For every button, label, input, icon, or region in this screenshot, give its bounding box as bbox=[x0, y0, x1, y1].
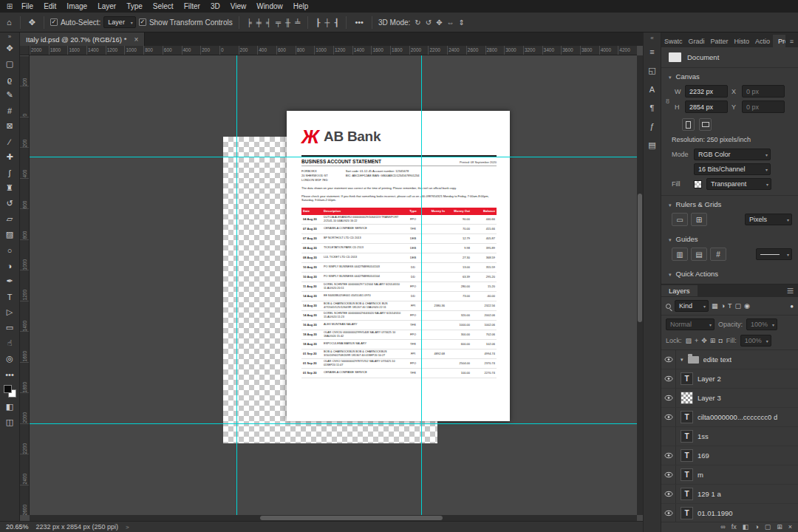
adjustment-layer-icon[interactable]: ◑ bbox=[754, 524, 758, 531]
horizontal-ruler[interactable]: 2000180016001400120010008006004002000200… bbox=[30, 46, 637, 55]
lock-artboard-icon[interactable]: ⊞ bbox=[710, 337, 716, 344]
marquee-tool[interactable]: ▢ bbox=[1, 56, 18, 72]
fill-opacity-select[interactable]: 100% bbox=[740, 335, 771, 347]
scale-3d-icon[interactable]: ⇕ bbox=[457, 18, 466, 27]
horizontal-scrollbar[interactable] bbox=[30, 515, 637, 521]
menu-item[interactable]: Help bbox=[288, 0, 314, 13]
foreground-color-swatch[interactable] bbox=[4, 385, 12, 393]
screen-mode-icon[interactable]: ◫ bbox=[1, 415, 18, 430]
layer-row[interactable]: edite text bbox=[661, 350, 798, 369]
current-tool-icon[interactable]: ✥ bbox=[27, 18, 38, 27]
status-chevron-icon[interactable]: > bbox=[126, 524, 129, 531]
new-group-icon[interactable]: ▢ bbox=[765, 524, 771, 531]
link-layers-icon[interactable]: ∞ bbox=[720, 524, 725, 531]
guide-vertical[interactable] bbox=[421, 55, 422, 515]
align-center-horizontal-icon[interactable]: ╪ bbox=[255, 18, 263, 27]
panel-tab[interactable]: Actio bbox=[752, 35, 773, 47]
layer-row[interactable]: 129 1 a bbox=[661, 485, 798, 504]
visibility-eye-icon[interactable] bbox=[661, 408, 676, 426]
align-right-icon[interactable]: ╡ bbox=[265, 18, 273, 27]
distribute-left-icon[interactable]: ┠ bbox=[314, 18, 321, 27]
brush-tool[interactable]: ʃ bbox=[1, 165, 18, 180]
frame-tool[interactable]: ⊠ bbox=[1, 118, 18, 134]
fill-select[interactable]: Transparent bbox=[706, 178, 771, 190]
visibility-eye-icon[interactable] bbox=[661, 369, 676, 388]
shape-tool[interactable]: ▭ bbox=[1, 320, 18, 335]
menu-item[interactable]: Type bbox=[121, 0, 148, 13]
lock-transparent-icon[interactable]: ▨ bbox=[686, 337, 692, 344]
guide-style-select[interactable] bbox=[756, 248, 792, 260]
blend-mode-select[interactable]: Normal bbox=[666, 318, 715, 330]
layer-row[interactable]: m bbox=[661, 466, 798, 485]
visibility-eye-icon[interactable] bbox=[661, 504, 676, 522]
delete-layer-icon[interactable]: × bbox=[788, 524, 792, 531]
menu-item[interactable]: File bbox=[16, 0, 38, 13]
panel-tab[interactable]: Swatc bbox=[661, 35, 686, 47]
hand-tool[interactable]: ☝ bbox=[1, 335, 18, 351]
smart-object-filter-icon[interactable]: ◉ bbox=[744, 302, 750, 310]
scrollbar-thumb[interactable] bbox=[260, 516, 443, 520]
dodge-tool[interactable]: ◑ bbox=[1, 258, 18, 273]
zoom-level[interactable]: 20.65% bbox=[6, 523, 29, 531]
toolbar-collapse-icon[interactable]: » bbox=[8, 33, 11, 41]
vertical-scrollbar[interactable] bbox=[637, 55, 643, 515]
guide-horizontal[interactable] bbox=[30, 423, 637, 424]
constrain-link-icon[interactable]: 8 bbox=[666, 98, 669, 105]
properties-panel-icon[interactable]: ≡ bbox=[649, 47, 654, 56]
units-select[interactable]: Pixels bbox=[745, 214, 792, 225]
visibility-eye-icon[interactable] bbox=[661, 485, 676, 503]
panel-tab[interactable]: Patter bbox=[708, 35, 732, 47]
lock-pixels-icon[interactable]: + bbox=[695, 337, 698, 344]
home-icon[interactable]: ⌂ bbox=[4, 18, 14, 27]
landscape-orientation-icon[interactable] bbox=[699, 118, 712, 131]
filter-toggle-icon[interactable]: ● bbox=[790, 303, 794, 310]
menu-item[interactable]: View bbox=[225, 0, 252, 13]
layer-row[interactable]: Layer 3 bbox=[661, 389, 798, 408]
healing-brush-tool[interactable]: ✚ bbox=[1, 149, 18, 165]
blur-tool[interactable]: ○ bbox=[1, 242, 18, 258]
opacity-select[interactable]: 100% bbox=[746, 318, 777, 330]
slide-3d-icon[interactable]: ⇔ bbox=[446, 18, 456, 27]
lock-position-icon[interactable]: ✥ bbox=[701, 337, 707, 344]
guide-horizontal[interactable] bbox=[30, 157, 637, 157]
pixel-filter-icon[interactable]: ▦ bbox=[712, 302, 718, 310]
quick-mask-icon[interactable]: ◧ bbox=[1, 399, 18, 415]
layer-row[interactable]: Layer 2 bbox=[661, 369, 798, 389]
type-tool[interactable]: T bbox=[1, 289, 18, 304]
drag-3d-icon[interactable]: ✥ bbox=[434, 18, 443, 27]
adjustment-filter-icon[interactable]: ◑ bbox=[721, 302, 725, 310]
path-selection-tool[interactable]: ▷ bbox=[1, 304, 18, 320]
quick-actions-section-header[interactable]: Quick Actions bbox=[661, 265, 798, 281]
width-field[interactable]: 2232 px bbox=[685, 85, 728, 98]
rulers-grids-section-header[interactable]: Rulers & Grids bbox=[661, 196, 798, 211]
guide-vertical[interactable] bbox=[236, 55, 237, 515]
align-middle-icon[interactable]: ╫ bbox=[284, 18, 292, 27]
visibility-eye-icon[interactable] bbox=[661, 427, 676, 446]
height-field[interactable]: 2854 px bbox=[685, 100, 728, 113]
show-transform-checkbox[interactable] bbox=[139, 18, 146, 26]
gradient-tool[interactable]: ▨ bbox=[1, 227, 18, 242]
portrait-orientation-icon[interactable] bbox=[682, 118, 695, 131]
distribute-center-icon[interactable]: ┼ bbox=[323, 18, 331, 27]
panel-tab[interactable]: Histo bbox=[732, 35, 753, 47]
visibility-eye-icon[interactable] bbox=[661, 466, 676, 484]
distribute-right-icon[interactable]: ┨ bbox=[332, 18, 340, 27]
layer-style-icon[interactable]: fx bbox=[732, 524, 737, 531]
edit-toolbar-icon[interactable]: ••• bbox=[1, 366, 18, 382]
history-brush-tool[interactable]: ↺ bbox=[1, 196, 18, 211]
orbit-3d-icon[interactable]: ↻ bbox=[413, 18, 422, 27]
foreground-background-colors[interactable] bbox=[4, 385, 16, 398]
menu-item[interactable]: Image bbox=[61, 0, 92, 13]
paragraph-panel-icon[interactable]: ¶ bbox=[650, 103, 655, 112]
layers-menu-icon[interactable]: ≡ bbox=[787, 284, 798, 298]
visibility-eye-icon[interactable] bbox=[661, 389, 676, 407]
pen-tool[interactable]: ✒ bbox=[1, 273, 18, 289]
type-filter-icon[interactable]: T bbox=[728, 302, 732, 310]
close-tab-icon[interactable]: × bbox=[134, 35, 138, 44]
document-tab[interactable]: Italy id.psd @ 20.7% (RGB/16) * × bbox=[20, 33, 145, 46]
panel-tab[interactable]: Gradi bbox=[686, 35, 708, 47]
clone-stamp-tool[interactable]: ♜ bbox=[1, 180, 18, 196]
layer-mask-icon[interactable]: ◧ bbox=[743, 524, 749, 531]
panel-menu-icon[interactable]: ≡ bbox=[785, 38, 798, 47]
align-bottom-icon[interactable]: ╧ bbox=[293, 18, 301, 27]
